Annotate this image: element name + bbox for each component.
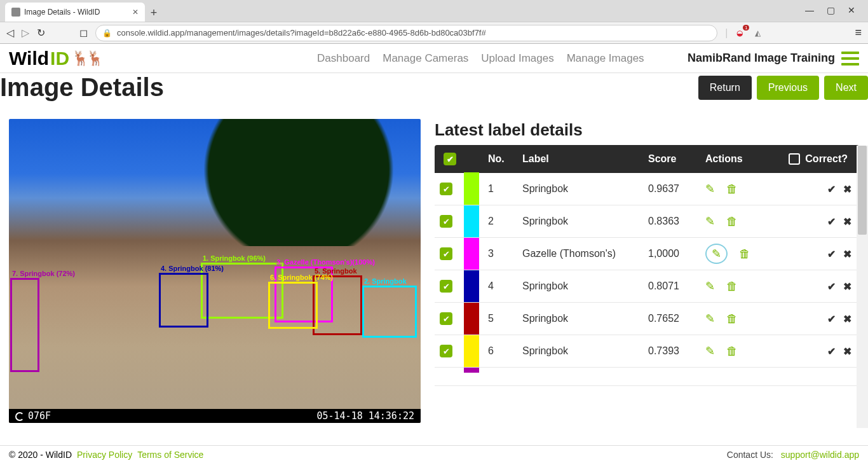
bbox-label: 7. Springbok (72%) <box>12 270 75 277</box>
table-row: ✔2Springbok0.8363✎🗑✔ ✖ <box>435 205 859 238</box>
contact-label: Contact Us: <box>727 450 773 460</box>
page-title: Image Details <box>0 73 164 102</box>
col-actions: Actions <box>700 145 776 173</box>
mark-correct-icon[interactable]: ✔ <box>827 281 838 292</box>
delete-icon[interactable]: 🗑 <box>726 312 738 325</box>
row-checkbox[interactable]: ✔ <box>440 345 452 357</box>
back-icon[interactable]: ◁ <box>6 27 14 39</box>
row-checkbox[interactable]: ✔ <box>440 215 452 228</box>
copyright: © 2020 - WildID <box>9 450 72 460</box>
edit-icon[interactable]: ✎ <box>705 312 715 325</box>
delete-icon[interactable]: 🗑 <box>726 345 738 357</box>
previous-button[interactable]: Previous <box>757 76 819 100</box>
terms-link[interactable]: Terms of Service <box>137 450 203 460</box>
reload-icon[interactable]: ↻ <box>37 27 45 39</box>
mark-correct-icon[interactable]: ✔ <box>827 346 838 357</box>
bookmark-icon[interactable]: ◻ <box>79 27 88 39</box>
color-swatch <box>464 172 479 205</box>
color-swatch <box>464 368 479 373</box>
row-label: Springbok <box>517 335 643 368</box>
mark-correct-icon[interactable]: ✔ <box>827 249 838 259</box>
org-name: NamibRand Image Training <box>688 52 835 65</box>
row-label: Springbok <box>517 270 643 303</box>
row-label: Springbok <box>517 205 643 238</box>
row-no: 4 <box>483 270 517 303</box>
mark-correct-icon[interactable]: ✔ <box>827 314 838 324</box>
address-bar[interactable]: 🔒 console.wildid.app/management/images/d… <box>95 25 717 41</box>
row-checkbox[interactable]: ✔ <box>440 183 452 195</box>
row-no: 6 <box>483 335 517 368</box>
mark-correct-icon[interactable]: ✔ <box>827 184 838 195</box>
edit-icon[interactable]: ✎ <box>705 215 715 228</box>
logo-animals-icon: 🦌🦌 <box>72 50 101 67</box>
delete-icon[interactable]: 🗑 <box>726 183 738 195</box>
correct-header-checkbox[interactable] <box>789 153 800 165</box>
color-swatch <box>464 302 479 335</box>
mark-incorrect-icon[interactable]: ✖ <box>843 346 854 357</box>
maximize-icon[interactable]: ▢ <box>827 5 835 15</box>
extension-triangle-icon[interactable]: ◭ <box>752 27 763 39</box>
close-window-icon[interactable]: ✕ <box>848 5 855 15</box>
lock-icon: 🔒 <box>102 29 112 38</box>
contact-email[interactable]: support@wildid.app <box>781 450 859 460</box>
table-row: ✔6Springbok0.7393✎🗑✔ ✖ <box>435 335 859 368</box>
browser-menu-icon[interactable]: ≡ <box>855 26 862 39</box>
delete-icon[interactable]: 🗑 <box>726 280 738 293</box>
delete-icon[interactable]: 🗑 <box>726 215 738 228</box>
color-swatch <box>464 237 479 270</box>
table-row: ✔5Springbok0.7652✎🗑✔ ✖ <box>435 303 859 335</box>
mark-incorrect-icon[interactable]: ✖ <box>843 281 854 292</box>
camera-trap-image: 076F 05-14-18 14:36:22 1. Springbok (96%… <box>9 119 421 423</box>
nav-manage-images[interactable]: Manage Images <box>567 52 644 65</box>
color-swatch <box>464 335 479 368</box>
row-no: 5 <box>483 303 517 335</box>
row-checkbox[interactable]: ✔ <box>440 280 452 293</box>
scrollbar[interactable] <box>857 146 868 428</box>
row-checkbox[interactable]: ✔ <box>440 247 452 260</box>
minimize-icon[interactable]: — <box>805 5 814 15</box>
next-button[interactable]: Next <box>824 76 868 100</box>
edit-icon[interactable]: ✎ <box>705 280 715 293</box>
row-checkbox[interactable]: ✔ <box>440 312 452 325</box>
browser-chrome: — ▢ ✕ Image Details - WildID ✕ + ◁ ▷ ↻ ◻… <box>0 0 868 44</box>
delete-icon[interactable]: 🗑 <box>739 247 750 260</box>
image-temperature: 076F <box>28 410 51 422</box>
nav-manage-cameras[interactable]: Manage Cameras <box>383 52 468 65</box>
main-nav: Dashboard Manage Cameras Upload Images M… <box>317 52 644 65</box>
row-no: 3 <box>483 238 517 270</box>
detection-bbox[interactable]: 4. Springbok (81%) <box>159 273 208 328</box>
mark-incorrect-icon[interactable]: ✖ <box>843 184 854 195</box>
bbox-label: 4. Springbok (81%) <box>161 265 224 272</box>
return-button[interactable]: Return <box>698 76 752 100</box>
detection-bbox[interactable]: 5. Springbok <box>313 275 362 335</box>
table-row: ✔1Springbok0.9637✎🗑✔ ✖ <box>435 173 859 205</box>
edit-icon[interactable]: ✎ <box>705 244 728 264</box>
logo[interactable]: WildID 🦌🦌 <box>9 48 101 69</box>
tab-title: Image Details - WildID <box>24 8 100 17</box>
table-row: ✔4Springbok0.8071✎🗑✔ ✖ <box>435 270 859 303</box>
nav-upload-images[interactable]: Upload Images <box>481 52 553 65</box>
edit-icon[interactable]: ✎ <box>705 345 715 357</box>
mark-incorrect-icon[interactable]: ✖ <box>843 314 854 324</box>
detection-bbox[interactable]: 6. Springbok (74%) <box>268 282 318 329</box>
tab-close-icon[interactable]: ✕ <box>132 8 139 17</box>
favicon-icon <box>11 8 20 17</box>
detection-bbox[interactable]: 2. Springbok <box>362 286 417 338</box>
row-no: 1 <box>483 173 517 205</box>
page-footer: © 2020 - WildID Privacy Policy Terms of … <box>0 445 868 463</box>
mark-correct-icon[interactable]: ✔ <box>827 216 838 227</box>
mark-incorrect-icon[interactable]: ✖ <box>843 216 854 227</box>
mark-incorrect-icon[interactable]: ✖ <box>843 249 854 259</box>
bbox-label: 6. Springbok (74%) <box>270 273 333 281</box>
browser-tab[interactable]: Image Details - WildID ✕ <box>5 3 145 22</box>
panel-title: Latest label details <box>435 120 859 140</box>
moon-icon <box>15 412 24 421</box>
shield-icon[interactable]: ◒1 <box>734 27 745 39</box>
detection-bbox[interactable]: 7. Springbok (72%) <box>10 278 39 372</box>
new-tab-button[interactable]: + <box>145 4 163 22</box>
header-checkbox[interactable]: ✔ <box>444 153 456 165</box>
hamburger-menu-icon[interactable] <box>841 52 859 66</box>
privacy-link[interactable]: Privacy Policy <box>77 450 132 460</box>
nav-dashboard[interactable]: Dashboard <box>317 52 370 65</box>
edit-icon[interactable]: ✎ <box>705 183 715 195</box>
